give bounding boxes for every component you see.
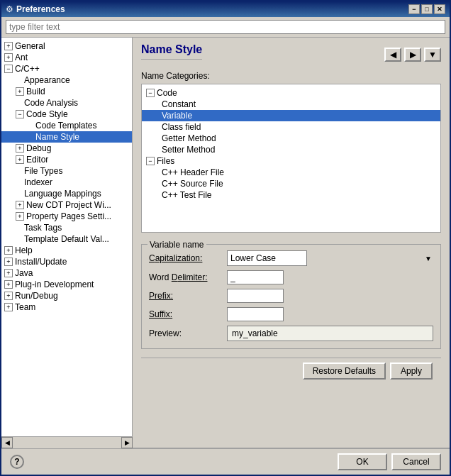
cat-cpp-source[interactable]: C++ Source File bbox=[142, 178, 440, 189]
sidebar-item-ant[interactable]: + Ant bbox=[1, 52, 132, 63]
sidebar-label-team: Team bbox=[15, 302, 35, 312]
scroll-right-button[interactable]: ▶ bbox=[121, 437, 133, 448]
cat-class-field[interactable]: Class field bbox=[142, 121, 440, 133]
maximize-button[interactable]: □ bbox=[421, 4, 433, 14]
sidebar-item-code-analysis[interactable]: Code Analysis bbox=[1, 97, 132, 109]
toggle-cat-code[interactable]: − bbox=[146, 89, 155, 97]
capitalization-select[interactable]: Lower Case Upper Case Title Case Camel C… bbox=[227, 250, 307, 266]
cat-cpp-header-label: C++ Header File bbox=[162, 167, 224, 177]
toggle-new-cdt[interactable]: + bbox=[16, 201, 24, 209]
cap-label-rest: apitalization: bbox=[155, 253, 203, 263]
cat-code[interactable]: − Code bbox=[142, 87, 440, 99]
prefix-underline-char: P bbox=[149, 291, 155, 301]
nav-dropdown-button[interactable]: ▼ bbox=[424, 48, 441, 62]
toggle-plugin-development[interactable]: + bbox=[4, 280, 13, 289]
cat-cpp-header[interactable]: C++ Header File bbox=[142, 167, 440, 178]
cat-setter-method[interactable]: Setter Method bbox=[142, 144, 440, 155]
cat-cpp-test-label: C++ Test File bbox=[162, 190, 211, 200]
sidebar-item-name-style[interactable]: Name Style bbox=[1, 131, 132, 143]
sidebar-item-template-default[interactable]: Template Default Val... bbox=[1, 233, 132, 245]
word-delimiter-row: Word Delimiter: bbox=[149, 270, 433, 284]
toggle-general[interactable]: + bbox=[4, 42, 13, 50]
sidebar-label-property-pages: Property Pages Setti... bbox=[26, 211, 111, 221]
sidebar-item-java[interactable]: + Java bbox=[1, 267, 132, 279]
sidebar-item-language-mappings[interactable]: Language Mappings bbox=[1, 188, 132, 199]
sidebar-item-editor[interactable]: + Editor bbox=[1, 154, 132, 165]
sidebar-item-team[interactable]: + Team bbox=[1, 301, 132, 313]
delim-label-rest: elimiter: bbox=[177, 272, 207, 282]
suffix-label-rest: uffix: bbox=[155, 309, 172, 319]
sidebar-item-property-pages[interactable]: + Property Pages Setti... bbox=[1, 211, 132, 222]
toggle-java[interactable]: + bbox=[4, 269, 13, 277]
sidebar-label-editor: Editor bbox=[26, 155, 48, 165]
cat-files[interactable]: − Files bbox=[142, 155, 440, 167]
restore-defaults-button[interactable]: Restore Defaults bbox=[303, 362, 386, 380]
nav-forward-button[interactable]: ▶ bbox=[404, 48, 421, 62]
capitalization-row: Capitalization: Lower Case Upper Case Ti… bbox=[149, 250, 433, 266]
suffix-row: Suffix: bbox=[149, 307, 433, 321]
cat-getter-method-label: Getter Method bbox=[162, 133, 216, 143]
sidebar-label-language-mappings: Language Mappings bbox=[24, 189, 101, 199]
sidebar-item-code-templates[interactable]: Code Templates bbox=[1, 120, 132, 131]
cat-variable[interactable]: Variable bbox=[142, 110, 440, 121]
apply-button[interactable]: Apply bbox=[390, 362, 433, 380]
window-content: + General + Ant − C/C++ Appearance bbox=[1, 17, 450, 475]
toggle-build[interactable]: + bbox=[16, 87, 24, 96]
sidebar-label-general: General bbox=[15, 41, 45, 51]
sidebar-item-new-cdt[interactable]: + New CDT Project Wi... bbox=[1, 199, 132, 211]
sidebar-item-help[interactable]: + Help bbox=[1, 245, 132, 256]
sidebar-label-code-style: Code Style bbox=[26, 109, 68, 119]
sidebar-item-run-debug[interactable]: + Run/Debug bbox=[1, 290, 132, 301]
minimize-button[interactable]: − bbox=[408, 4, 420, 14]
sidebar-item-debug[interactable]: + Debug bbox=[1, 143, 132, 154]
sidebar-item-task-tags[interactable]: Task Tags bbox=[1, 222, 132, 233]
cat-cpp-test[interactable]: C++ Test File bbox=[142, 189, 440, 201]
sidebar-item-general[interactable]: + General bbox=[1, 40, 132, 52]
suffix-input[interactable] bbox=[227, 307, 284, 321]
sidebar-item-cpp[interactable]: − C/C++ bbox=[1, 63, 132, 74]
sidebar-item-file-types[interactable]: File Types bbox=[1, 165, 132, 177]
sidebar-label-java: Java bbox=[15, 268, 33, 278]
nav-back-button[interactable]: ◀ bbox=[384, 48, 401, 62]
categories-tree: − Code Constant Variable Class field bbox=[141, 84, 441, 233]
filter-input[interactable] bbox=[6, 20, 445, 34]
scroll-left-button[interactable]: ◀ bbox=[1, 437, 13, 448]
scroll-track[interactable] bbox=[13, 437, 121, 448]
cat-setter-method-label: Setter Method bbox=[162, 145, 215, 155]
toggle-cpp[interactable]: − bbox=[4, 65, 13, 73]
sidebar-item-install-update[interactable]: + Install/Update bbox=[1, 256, 132, 267]
cancel-button[interactable]: Cancel bbox=[391, 453, 441, 470]
sidebar-item-build[interactable]: + Build bbox=[1, 86, 132, 97]
toggle-editor[interactable]: + bbox=[16, 155, 24, 164]
bottom-buttons: Restore Defaults Apply bbox=[141, 358, 441, 384]
toggle-ant[interactable]: + bbox=[4, 53, 13, 62]
prefix-input[interactable] bbox=[227, 289, 284, 303]
sidebar-label-indexer: Indexer bbox=[24, 177, 52, 187]
varname-legend: Variable name bbox=[147, 240, 206, 250]
toggle-debug[interactable]: + bbox=[16, 144, 24, 153]
panel-title: Name Style bbox=[141, 43, 202, 60]
toggle-team[interactable]: + bbox=[4, 303, 13, 311]
close-button[interactable]: ✕ bbox=[434, 4, 445, 14]
toggle-help[interactable]: + bbox=[4, 246, 13, 255]
cat-constant[interactable]: Constant bbox=[142, 99, 440, 110]
toggle-install-update[interactable]: + bbox=[4, 258, 13, 266]
sidebar-item-appearance[interactable]: Appearance bbox=[1, 74, 132, 86]
suffix-label: Suffix: bbox=[149, 309, 227, 319]
sidebar-label-appearance: Appearance bbox=[24, 75, 70, 85]
cat-class-field-label: Class field bbox=[162, 122, 201, 132]
sidebar-label-debug: Debug bbox=[26, 143, 51, 153]
word-delimiter-input[interactable] bbox=[227, 270, 284, 284]
cat-cpp-source-label: C++ Source File bbox=[162, 179, 223, 189]
toggle-cat-files[interactable]: − bbox=[146, 157, 155, 165]
sidebar-label-build: Build bbox=[26, 87, 45, 96]
cat-getter-method[interactable]: Getter Method bbox=[142, 133, 440, 144]
help-button[interactable]: ? bbox=[10, 455, 24, 469]
toggle-run-debug[interactable]: + bbox=[4, 292, 13, 300]
toggle-property-pages[interactable]: + bbox=[16, 212, 24, 221]
sidebar-item-code-style[interactable]: − Code Style bbox=[1, 109, 132, 120]
ok-button[interactable]: OK bbox=[338, 453, 387, 470]
sidebar-item-indexer[interactable]: Indexer bbox=[1, 177, 132, 188]
toggle-code-style[interactable]: − bbox=[16, 110, 24, 118]
sidebar-item-plugin-development[interactable]: + Plug-in Development bbox=[1, 279, 132, 290]
